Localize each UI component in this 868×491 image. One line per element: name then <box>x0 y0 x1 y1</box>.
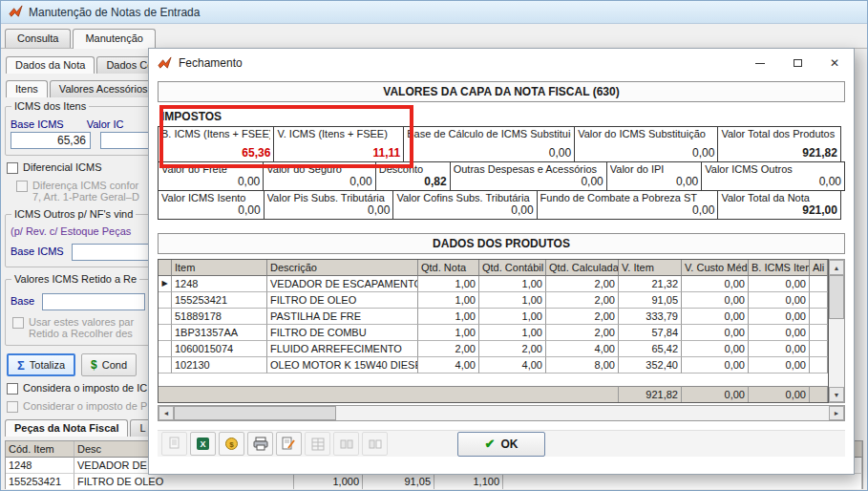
tab-dados-da-nota[interactable]: Dados da Nota <box>6 56 95 74</box>
total-v-custo-medio: 0,00 <box>682 386 749 402</box>
row-marker-icon: ▶ <box>159 276 172 292</box>
item-tabstrip: Itens Valores Acessórios <box>6 80 159 97</box>
field-label: Valor Cofins Subs. Tributária <box>396 192 533 203</box>
field-label: Valor Total da Nota <box>721 192 837 203</box>
col-ali[interactable]: Ali <box>810 260 828 276</box>
main-titlebar[interactable]: Manutenção de Notas de Entrada <box>1 1 867 24</box>
tab-itens[interactable]: Itens <box>6 80 48 97</box>
maximize-button[interactable] <box>782 53 813 74</box>
col-item[interactable]: Item <box>172 260 267 276</box>
base-icms-field[interactable]: 65,36 <box>11 132 91 149</box>
maximize-icon <box>794 59 802 67</box>
field-valor-total-produtos[interactable]: Valor Total dos Produtos 921,82 <box>717 126 841 162</box>
total-v-item: 921,82 <box>619 386 682 402</box>
field-fundo-combate-pobreza[interactable]: Fundo de Combate a Pobreza ST 0,00 <box>537 190 719 220</box>
grid-icon <box>311 438 325 451</box>
fields-row-2: Valor do Frete 0,00 Valor do Seguro 0,00… <box>158 161 845 191</box>
dialog-title: Fechamento <box>179 56 738 70</box>
dollar-icon: $ <box>91 358 97 372</box>
field-valor-total-nota[interactable]: Valor Total da Nota 921,00 <box>717 190 841 220</box>
col-qtd-nota[interactable]: Qtd. Nota <box>418 260 479 276</box>
total-b-icms-item: 0,00 <box>749 386 810 402</box>
scroll-down-icon[interactable]: ▼ <box>829 387 844 402</box>
scroll-up-icon[interactable]: ▲ <box>829 260 844 275</box>
col-cod-item[interactable]: Cód. Item <box>6 441 74 458</box>
icms-itens-group-title: ICMS dos Itens <box>11 100 89 112</box>
sigma-icon: Σ <box>17 358 25 373</box>
usar-line2: Retido a Recolher des <box>29 328 133 339</box>
field-label: Base de Cálculo de ICMS Substituição <box>407 128 571 139</box>
table-row[interactable]: 1060015074 FLUIDO ARREFECIMENTO 2,00 2,0… <box>159 341 828 357</box>
col-descricao[interactable]: Descrição <box>267 260 418 276</box>
field-value: 65,36 <box>161 146 270 160</box>
horizontal-scrollbar[interactable]: ◄ ► <box>158 405 845 421</box>
close-icon: ✕ <box>830 56 839 70</box>
table-row[interactable]: 51889178 PASTILHA DE FRE 1,00 1,00 2,00 … <box>159 309 828 325</box>
totaliza-button-label: Totaliza <box>30 359 65 371</box>
close-button[interactable]: ✕ <box>819 53 850 74</box>
field-valor-pis-subs[interactable]: Valor Pis Subs. Tributária 0,00 <box>264 190 394 220</box>
tab-consulta[interactable]: Consulta <box>5 29 71 48</box>
field-valor-seguro[interactable]: Valor do Seguro 0,00 <box>263 161 375 191</box>
merge-right-button[interactable] <box>362 432 388 456</box>
tab-valores-acessorios[interactable]: Valores Acessórios <box>50 80 158 97</box>
field-valor-icms-subst[interactable]: Valor do ICMS Substituição 0,00 <box>574 126 718 162</box>
checkbox-icon <box>12 317 24 329</box>
table-row[interactable]: 155253421 FILTRO DE OLEO 1,000 91,05 1,1… <box>6 474 862 489</box>
col-qtd-contabil[interactable]: Qtd. Contábil <box>479 260 546 276</box>
field-valor-cofins-subs[interactable]: Valor Cofins Subs. Tributária 0,00 <box>392 190 537 220</box>
copy-button[interactable] <box>161 432 187 456</box>
dialog-titlebar[interactable]: Fechamento ✕ <box>149 49 854 77</box>
table-row[interactable]: 155253421 FILTRO DE OLEO 1,00 1,00 2,00 … <box>159 292 828 309</box>
field-value: 0,00 <box>407 146 571 160</box>
main-window-title: Manutenção de Notas de Entrada <box>29 6 200 19</box>
checkbox-icon <box>7 401 18 413</box>
edit-report-button[interactable] <box>276 432 302 456</box>
app-icon <box>9 5 23 19</box>
ok-button[interactable]: ✔ OK <box>457 432 545 457</box>
tab-manutencao[interactable]: Manutenção <box>73 29 156 49</box>
col-v-item[interactable]: V. Item <box>619 260 682 276</box>
field-outras-despesas[interactable]: Outras Despesas e Acessórios 0,00 <box>450 161 607 191</box>
filter-button[interactable] <box>305 432 330 456</box>
col-b-icms-item[interactable]: B. ICMS Item <box>749 260 810 276</box>
field-b-icms-itens-fsee[interactable]: B. ICMS (Itens + FSEE) 65,36 <box>158 126 274 162</box>
checkbox-icon <box>16 181 28 192</box>
field-valor-ipi[interactable]: Valor do IPI 0,00 <box>606 161 703 191</box>
col-qtd-calculada[interactable]: Qtd. Calculada <box>546 260 619 276</box>
scroll-right-icon[interactable]: ► <box>829 406 844 420</box>
field-v-icms-itens-fsee[interactable]: V. ICMS (Itens + FSEE) 11,11 <box>273 126 404 162</box>
produtos-grid-body: Item Descrição Qtd. Nota Qtd. Contábil Q… <box>158 259 829 403</box>
impostos-section: IMPOSTOS B. ICMS (Itens + FSEE) 65,36 V.… <box>158 108 845 220</box>
field-label: Valor ICMS Outros <box>705 163 841 175</box>
totaliza-button[interactable]: Σ Totaliza <box>7 353 75 376</box>
field-label: Outras Despesas e Acessórios <box>454 163 603 175</box>
field-label: B. ICMS (Itens + FSEE) <box>161 128 270 139</box>
field-valor-frete[interactable]: Valor do Frete 0,00 <box>158 161 264 191</box>
table-row[interactable]: 102130 OLEO MOTOR K 15W40 DIESE 4,00 4,0… <box>159 357 828 374</box>
vertical-scroll-thumb[interactable] <box>829 275 844 319</box>
col-v-custo-medio[interactable]: V. Custo Médio <box>682 260 749 276</box>
vertical-scrollbar[interactable]: ▲ ▼ <box>829 259 845 403</box>
cond-button[interactable]: $ Cond <box>81 353 137 376</box>
table-row[interactable]: ▶ 1248 VEDADOR DE ESCAPAMENTO 1,00 1,00 … <box>159 276 828 292</box>
field-base-calculo-icms-subst[interactable]: Base de Cálculo de ICMS Substituição 0,0… <box>403 126 575 162</box>
field-valor-icms-outros[interactable]: Valor ICMS Outros 0,00 <box>701 161 845 191</box>
money-button[interactable]: $ <box>219 432 244 456</box>
field-desconto[interactable]: Desconto 0,82 <box>375 161 451 191</box>
scroll-left-icon[interactable]: ◄ <box>159 406 174 420</box>
pecas-tabstrip: Peças da Nota Fiscal L <box>5 419 158 437</box>
horizontal-scroll-thumb[interactable] <box>174 406 336 420</box>
merge-left-button[interactable] <box>333 432 359 456</box>
print-button[interactable] <box>247 432 273 456</box>
export-excel-button[interactable]: X <box>190 432 216 456</box>
diferencial-icms-label: Diferencial ICMS <box>23 161 102 173</box>
base-retido-field[interactable] <box>42 293 145 310</box>
considera-pis-label: Considerar o imposto de P <box>23 400 147 412</box>
tab-pecas-da-nota-fiscal[interactable]: Peças da Nota Fiscal <box>5 419 128 437</box>
minimize-button[interactable] <box>745 53 775 74</box>
base-icms2-label: Base ICMS <box>11 246 64 257</box>
table-row[interactable]: 1BP31357AA FILTRO DE COMBU 1,00 1,00 2,0… <box>159 325 828 341</box>
field-value: 0,00 <box>161 175 260 188</box>
field-valor-icms-isento[interactable]: Valor ICMS Isento 0,00 <box>158 190 265 220</box>
